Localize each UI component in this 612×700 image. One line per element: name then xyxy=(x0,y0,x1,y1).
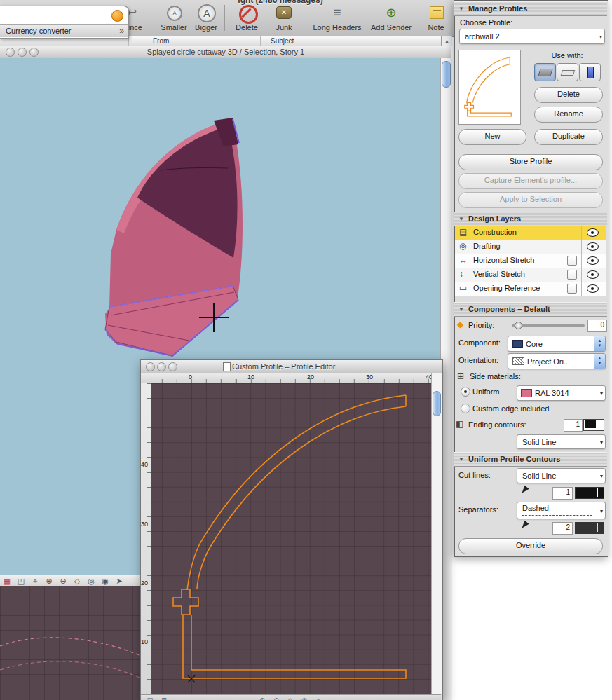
layer-row-opening-reference[interactable]: ▭ Opening Reference xyxy=(455,282,606,296)
profile-select-value: archwall 2 xyxy=(465,32,500,41)
zoom-out-icon[interactable]: ⊖ xyxy=(270,695,283,700)
scrollbar-thumb[interactable] xyxy=(433,391,441,416)
rename-button[interactable]: Rename xyxy=(534,107,603,123)
custom-edge-radio[interactable] xyxy=(461,404,470,413)
minimize-button[interactable] xyxy=(157,362,166,371)
section-header-uniform-profile-contours[interactable]: ▼ Uniform Profile Contours xyxy=(454,452,607,467)
cut-pen-field[interactable]: 1 xyxy=(552,487,573,500)
layer-row-horizontal-stretch[interactable]: ↔ Horizontal Stretch xyxy=(455,254,606,268)
ending-contours-field[interactable]: 1 xyxy=(564,419,583,432)
custom-edge-label: Custom edge included xyxy=(472,404,549,413)
override-button[interactable]: Override xyxy=(458,538,603,554)
column-header-from[interactable]: From xyxy=(153,37,169,45)
layer-row-vertical-stretch[interactable]: ↕ Vertical Stretch xyxy=(455,268,606,282)
eye-icon[interactable] xyxy=(587,228,599,237)
column-divider[interactable] xyxy=(260,36,261,46)
marquee-tool-icon[interactable]: ◳ xyxy=(15,576,27,586)
disclosure-triangle-icon[interactable]: ▼ xyxy=(458,212,464,226)
profile-outline[interactable] xyxy=(151,383,431,694)
splayed-wall-3d-shape[interactable] xyxy=(84,98,266,371)
priority-slider[interactable] xyxy=(512,324,585,327)
walk-tool-icon[interactable]: ➤ xyxy=(113,576,125,586)
look-tool-icon[interactable]: ◉ xyxy=(99,576,111,586)
ruler-label: 30 xyxy=(366,373,373,380)
choose-profile-label: Choose Profile: xyxy=(460,18,512,27)
pen-preview-swatch[interactable] xyxy=(583,419,604,431)
capture-profile-button[interactable]: Capture Element's profile... xyxy=(458,173,603,189)
layer-name: Construction xyxy=(473,228,517,236)
widget-title-bar[interactable]: Currency converter » xyxy=(0,24,128,37)
profile-editor-window: Custom Profile – Profile Editor 0 10 20 … xyxy=(140,359,443,700)
stepper-arrows-icon[interactable]: ▲▼ xyxy=(594,354,605,369)
ending-line-type-select[interactable]: Solid Line ▾ xyxy=(517,434,606,449)
ending-contours-label: Ending contours: xyxy=(468,420,526,429)
layer-checkbox[interactable] xyxy=(567,256,577,266)
store-profile-button[interactable]: Store Profile xyxy=(458,154,603,170)
eye-icon[interactable] xyxy=(587,242,599,251)
widget-orange-button[interactable] xyxy=(111,10,123,22)
scrollbar-thumb[interactable] xyxy=(442,61,451,88)
record-tool-icon[interactable]: ▦ xyxy=(1,576,13,586)
zoom-out-icon[interactable]: ⊖ xyxy=(57,576,69,586)
orientation-select[interactable]: Project Ori... ▲▼ xyxy=(508,353,606,369)
layer-checkbox[interactable] xyxy=(567,284,577,294)
zoom-button[interactable] xyxy=(168,362,177,371)
profile-select[interactable]: archwall 2 ▾ xyxy=(459,29,605,44)
apply-to-selection-button[interactable]: Apply to Selection xyxy=(458,192,603,208)
layer-checkbox[interactable] xyxy=(567,270,577,280)
component-select[interactable]: Core ▲▼ xyxy=(508,336,606,352)
use-with-column-button[interactable] xyxy=(579,63,601,81)
section-header-design-layers[interactable]: ▼ Design Layers xyxy=(454,212,607,226)
close-button[interactable] xyxy=(146,362,155,371)
zoom-in-icon[interactable]: ⊕ xyxy=(256,695,268,700)
orbit-icon[interactable]: ◎ xyxy=(298,695,311,700)
uniform-radio[interactable] xyxy=(461,387,470,397)
priority-value-field[interactable]: 0 xyxy=(587,320,607,332)
material-select[interactable]: RAL 3014 ▾ xyxy=(517,385,606,401)
layer-name: Drafting xyxy=(473,242,501,250)
target-tool-icon[interactable]: ⌖ xyxy=(29,576,41,586)
slider-thumb[interactable] xyxy=(515,322,522,329)
layer-row-drafting[interactable]: ◎ Drafting xyxy=(455,240,606,254)
zoom-in-icon[interactable]: ⊕ xyxy=(43,576,55,586)
delete-button[interactable]: Delete xyxy=(534,87,603,103)
separators-pen-field[interactable]: 2 xyxy=(552,522,573,535)
cut-pen-swatch[interactable] xyxy=(575,487,604,499)
beam-tool-icon xyxy=(561,70,576,76)
stepper-arrows-icon[interactable]: ▲▼ xyxy=(594,336,605,351)
section-header-components[interactable]: ▼ Components – Default xyxy=(454,302,607,317)
scroll-up-arrow[interactable]: ▲ xyxy=(441,36,452,46)
separators-select[interactable]: Dashed ▾ xyxy=(517,502,606,519)
vertical-scrollbar[interactable] xyxy=(431,373,442,694)
eye-icon[interactable] xyxy=(587,284,599,293)
currency-converter-widget: Currency converter » xyxy=(0,6,129,39)
expand-chevron-icon[interactable]: » xyxy=(119,26,124,36)
cut-lines-select[interactable]: Solid Line ▾ xyxy=(517,468,606,483)
eye-icon[interactable] xyxy=(587,270,599,279)
column-header-subject[interactable]: Subject xyxy=(271,37,294,45)
profile-canvas[interactable] xyxy=(151,383,431,694)
disclosure-triangle-icon[interactable]: ▼ xyxy=(458,2,464,15)
use-with-wall-button[interactable] xyxy=(534,63,556,81)
eye-icon[interactable] xyxy=(587,256,599,265)
layer-row-construction[interactable]: ▤ Construction xyxy=(455,226,606,240)
line-type-value: Solid Line xyxy=(522,438,556,446)
orbit-tool-icon[interactable]: ◎ xyxy=(85,576,97,586)
disclosure-triangle-icon[interactable]: ▼ xyxy=(458,453,464,466)
fit-view-icon[interactable]: ◱ xyxy=(144,695,156,700)
smaller-font-icon: A xyxy=(167,6,182,21)
viewer-3d-titlebar[interactable]: Splayed circle cutaway 3D / Selection, S… xyxy=(0,46,451,59)
duplicate-button[interactable]: Duplicate xyxy=(534,129,603,145)
plan-canvas[interactable] xyxy=(0,586,141,700)
pan-tool-icon[interactable]: ◇ xyxy=(71,576,83,586)
target-icon[interactable]: ⌖ xyxy=(312,695,325,700)
use-with-beam-button[interactable] xyxy=(557,63,578,81)
grid-icon[interactable]: ⊞ xyxy=(158,695,170,700)
disclosure-triangle-icon[interactable]: ▼ xyxy=(458,303,464,316)
pan-icon[interactable]: ◇ xyxy=(284,695,297,700)
section-header-manage-profiles[interactable]: ▼ Manage Profiles xyxy=(454,1,607,16)
separators-pen-swatch[interactable] xyxy=(575,522,604,534)
profile-editor-titlebar[interactable]: Custom Profile – Profile Editor xyxy=(141,360,442,373)
new-button[interactable]: New xyxy=(458,129,526,145)
note-icon xyxy=(430,6,444,19)
